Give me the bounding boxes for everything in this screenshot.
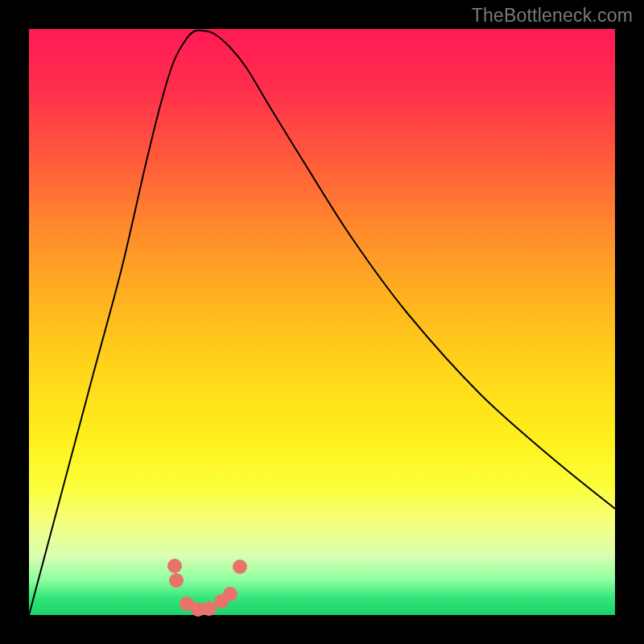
curve-markers <box>167 559 247 617</box>
marker-point <box>233 559 247 574</box>
watermark-text: TheBottleneck.com <box>472 5 633 27</box>
plot-area <box>29 29 615 615</box>
marker-point <box>202 601 217 616</box>
marker-point <box>169 573 184 588</box>
marker-point <box>223 587 237 601</box>
marker-point <box>167 559 182 573</box>
bottleneck-curve <box>29 31 615 615</box>
curve-svg <box>29 29 615 615</box>
chart-frame: TheBottleneck.com <box>0 0 644 644</box>
